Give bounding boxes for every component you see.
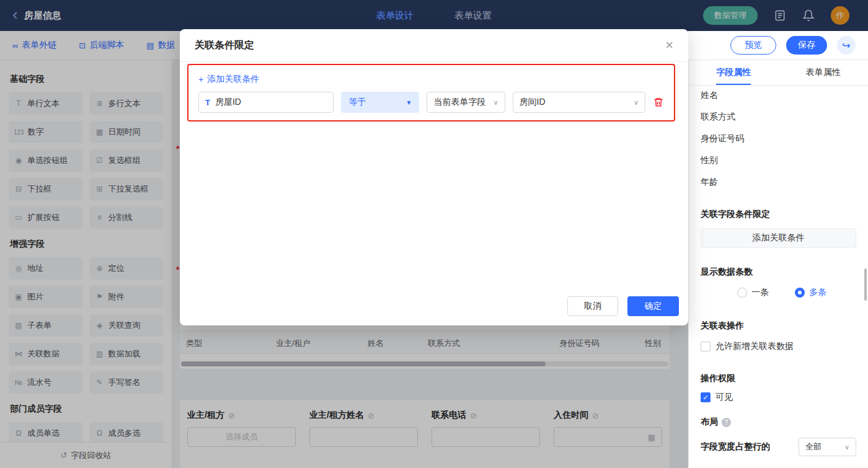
- help-icon[interactable]: ?: [722, 418, 731, 427]
- tab-form-properties[interactable]: 表单属性: [779, 60, 868, 85]
- section-title-permissions: 操作权限: [701, 373, 856, 384]
- toolbar-actions: 预览 保存 ↪: [730, 36, 856, 55]
- source-value: 当前表单字段: [433, 97, 485, 108]
- radio-unchecked-icon: [737, 288, 747, 298]
- tab-label: 字段属性: [716, 67, 751, 78]
- text-field-type-icon: T: [205, 98, 210, 107]
- modal-footer: 取消 确定: [567, 296, 679, 316]
- field-width-row: 字段宽度占整行的 全部 ∨: [701, 438, 856, 456]
- save-button[interactable]: 保存: [786, 36, 827, 55]
- display-count-options: 一条 多条: [701, 287, 856, 298]
- checkbox-visible[interactable]: ✓ 可见: [701, 392, 856, 403]
- condition-source-select[interactable]: 当前表单字段 ∨: [427, 92, 505, 113]
- close-icon[interactable]: ×: [665, 38, 673, 52]
- radio-one-record[interactable]: 一条: [737, 287, 769, 298]
- field-width-label: 字段宽度占整行的: [701, 441, 770, 453]
- add-condition-button[interactable]: 添加关联条件: [701, 228, 856, 248]
- chevron-down-icon: ∨: [494, 99, 498, 107]
- panel-tabs: 字段属性 表单属性: [689, 60, 868, 86]
- value-value: 房间ID: [520, 97, 546, 108]
- delete-condition-button[interactable]: [653, 97, 664, 108]
- modal-title: 关联条件限定: [195, 39, 254, 52]
- field-list-item[interactable]: 联系方式: [701, 106, 856, 128]
- display-field-list: 姓名 联系方式 身份证号码 性别 年龄: [701, 84, 856, 193]
- tab-field-properties[interactable]: 字段属性: [689, 60, 779, 85]
- modal-header: 关联条件限定 ×: [180, 29, 688, 62]
- radio-label: 一条: [751, 287, 769, 298]
- checkbox-unchecked-icon: [701, 342, 711, 351]
- checkbox-checked-icon: ✓: [701, 392, 711, 402]
- modal-overlay-top: [0, 0, 868, 31]
- condition-row: T 房屋ID 等于 ▼ 当前表单字段 ∨ 房间ID ∨: [198, 92, 664, 113]
- panel-body: 姓名 联系方式 身份证号码 性别 年龄 关联字段条件限定 添加关联条件 显示数据…: [689, 84, 868, 456]
- tab-label: 表单属性: [806, 67, 841, 78]
- condition-field-input[interactable]: T 房屋ID: [198, 92, 334, 113]
- checkbox-label: 可见: [715, 392, 733, 403]
- field-list-item[interactable]: 年龄: [701, 171, 856, 193]
- section-title-table-ops: 关联表操作: [701, 320, 856, 332]
- chevron-down-icon: ∨: [634, 99, 639, 107]
- plus-icon: +: [198, 74, 203, 84]
- field-list-item[interactable]: 姓名: [701, 84, 856, 106]
- properties-panel: 字段属性 表单属性 姓名 联系方式 身份证号码 性别 年龄 关联字段条件限定 添…: [688, 60, 868, 468]
- radio-label: 多条: [809, 287, 826, 298]
- dropdown-arrow-icon: ▼: [406, 99, 412, 106]
- chevron-down-icon: ∨: [844, 443, 849, 451]
- section-title-layout: 布局 ?: [701, 417, 856, 428]
- panel-scrollbar-thumb[interactable]: [864, 268, 867, 301]
- confirm-button[interactable]: 确定: [627, 296, 679, 316]
- checkbox-label: 允许新增关联表数据: [715, 341, 794, 352]
- form-designer-screen: ‹ 房屋信息 表单设计 表单设置 数据管理 作 ∞ 表单外链: [0, 0, 868, 468]
- add-condition-link[interactable]: + 添加关联条件: [198, 74, 259, 85]
- condition-field-value: 房屋ID: [215, 97, 241, 108]
- section-title-condition: 关联字段条件限定: [701, 209, 856, 220]
- condition-restriction-modal: 关联条件限定 × + 添加关联条件 T 房屋ID 等于 ▼ 当前表单字段 ∨: [180, 29, 688, 325]
- radio-multiple-records[interactable]: 多条: [795, 287, 826, 298]
- add-condition-label: 添加关联条件: [207, 74, 259, 85]
- section-title-display-count: 显示数据条数: [701, 267, 856, 278]
- field-list-item[interactable]: 性别: [701, 149, 856, 171]
- operator-value: 等于: [348, 97, 366, 108]
- condition-operator-select[interactable]: 等于 ▼: [341, 92, 419, 113]
- share-icon[interactable]: ↪: [837, 36, 856, 55]
- field-list-item[interactable]: 身份证号码: [701, 128, 856, 149]
- annotation-highlight-box: + 添加关联条件 T 房屋ID 等于 ▼ 当前表单字段 ∨ 房间ID: [187, 64, 675, 121]
- checkbox-allow-add-related[interactable]: 允许新增关联表数据: [701, 341, 856, 352]
- cancel-button[interactable]: 取消: [567, 296, 618, 316]
- radio-checked-icon: [795, 288, 805, 298]
- condition-value-select[interactable]: 房间ID ∨: [513, 92, 645, 113]
- field-width-select[interactable]: 全部 ∨: [799, 438, 856, 456]
- preview-button[interactable]: 预览: [730, 36, 776, 55]
- select-value: 全部: [805, 441, 822, 453]
